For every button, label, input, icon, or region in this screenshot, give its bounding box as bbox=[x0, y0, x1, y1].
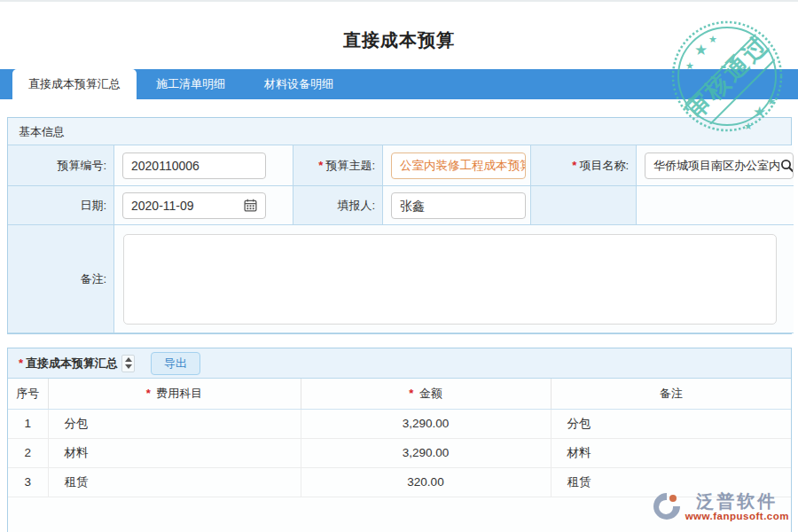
budget-subject-link[interactable]: 公室内装修工程成本预算 bbox=[391, 153, 526, 179]
row-remark: 分包 bbox=[551, 409, 791, 438]
calendar-icon[interactable] bbox=[244, 199, 257, 212]
row-no: 2 bbox=[8, 438, 48, 467]
filler-input[interactable]: 张鑫 bbox=[391, 192, 526, 219]
col-no-label: 序号 bbox=[16, 387, 39, 400]
project-name-input[interactable]: 华侨城项目南区办公室内 bbox=[645, 153, 794, 179]
row-subject: 材料 bbox=[48, 438, 301, 467]
sort-spinner-icon[interactable] bbox=[121, 355, 135, 372]
date-value: 2020-11-09 bbox=[131, 193, 194, 218]
project-name-field-cell: 华侨城项目南区办公室内 bbox=[637, 145, 794, 186]
tab-direct-cost-summary[interactable]: 直接成本预算汇总 bbox=[12, 69, 137, 103]
budget-no-label: 预算编号: bbox=[57, 158, 106, 174]
table-row[interactable]: 2 材料 3,290.00 材料 bbox=[8, 438, 791, 467]
filler-label: 填报人: bbox=[337, 198, 375, 214]
project-name-label: 项目名称: bbox=[579, 158, 629, 174]
required-marker: * bbox=[318, 159, 323, 172]
page-title: 直接成本预算 bbox=[0, 28, 798, 52]
remark-textarea[interactable] bbox=[123, 234, 777, 325]
sort-down-icon[interactable] bbox=[125, 364, 132, 369]
remark-label-cell: 备注: bbox=[8, 225, 114, 333]
tab-bar: 直接成本预算汇总 施工清单明细 材料设备明细 bbox=[0, 69, 798, 99]
budget-no-input[interactable]: 2020110006 bbox=[122, 153, 266, 179]
row-subject: 租赁 bbox=[48, 467, 301, 497]
page: 直接成本预算 直接成本预算汇总 施工清单明细 材料设备明细 基本信息 预算编号:… bbox=[0, 0, 798, 532]
date-label: 日期: bbox=[80, 198, 106, 214]
search-icon[interactable] bbox=[780, 159, 794, 173]
row-amount: 320.00 bbox=[301, 467, 551, 497]
tab-material-equipment-detail[interactable]: 材料设备明细 bbox=[245, 69, 353, 99]
required-marker: * bbox=[409, 387, 413, 400]
empty-field-cell bbox=[637, 186, 794, 225]
budget-subject-label: 预算主题: bbox=[325, 158, 375, 174]
remark-field-cell bbox=[114, 225, 794, 333]
summary-header-row: 序号 * 费用科目 * 金额 备注 bbox=[8, 379, 791, 409]
col-remark-label: 备注 bbox=[660, 387, 683, 400]
table-row[interactable]: 1 分包 3,290.00 分包 bbox=[8, 409, 791, 438]
budget-no-label-cell: 预算编号: bbox=[8, 145, 114, 186]
empty-label-cell bbox=[531, 186, 637, 225]
summary-title-bar: * 直接成本预算汇总 导出 bbox=[8, 348, 791, 379]
sort-up-icon[interactable] bbox=[125, 357, 132, 362]
required-marker: * bbox=[572, 159, 576, 172]
date-field-cell: 2020-11-09 bbox=[114, 186, 293, 225]
tab-construction-list-detail[interactable]: 施工清单明细 bbox=[137, 69, 245, 99]
budget-subject-label-cell: * 预算主题: bbox=[293, 145, 383, 186]
row-amount: 3,290.00 bbox=[301, 409, 551, 438]
col-subject-label: 费用科目 bbox=[156, 387, 202, 400]
row-remark: 材料 bbox=[551, 438, 791, 467]
summary-table: 序号 * 费用科目 * 金额 备注 1 分包 3,290.00 分包 bbox=[8, 379, 791, 497]
brand-name: 泛普软件 bbox=[696, 492, 778, 511]
remark-label: 备注: bbox=[80, 271, 106, 287]
col-header-amount: * 金额 bbox=[301, 379, 551, 409]
footer-brand: 泛普软件 www.fanpusoft.com bbox=[652, 491, 789, 521]
export-button[interactable]: 导出 bbox=[151, 352, 200, 375]
basic-info-panel: 基本信息 预算编号: 2020110006 * 预算主题: 公室内装修工程成本预… bbox=[7, 117, 792, 334]
row-no: 3 bbox=[8, 467, 48, 497]
filler-label-cell: 填报人: bbox=[293, 186, 383, 225]
required-marker: * bbox=[19, 356, 23, 370]
brand-url[interactable]: www.fanpusoft.com bbox=[685, 511, 789, 521]
col-header-remark: 备注 bbox=[551, 379, 791, 409]
row-subject: 分包 bbox=[48, 409, 301, 438]
filler-field-cell: 张鑫 bbox=[383, 186, 531, 225]
project-name-label-cell: * 项目名称: bbox=[531, 145, 637, 186]
col-amount-label: 金额 bbox=[419, 387, 442, 400]
date-input[interactable]: 2020-11-09 bbox=[122, 192, 266, 219]
project-name-value: 华侨城项目南区办公室内 bbox=[653, 153, 780, 178]
budget-no-field-cell: 2020110006 bbox=[114, 145, 293, 186]
basic-info-section-title: 基本信息 bbox=[8, 118, 791, 145]
row-amount: 3,290.00 bbox=[301, 438, 551, 467]
row-no: 1 bbox=[8, 409, 48, 438]
fanpu-logo-icon bbox=[652, 491, 682, 521]
summary-section-title: 直接成本预算汇总 bbox=[26, 356, 118, 372]
basic-info-grid: 预算编号: 2020110006 * 预算主题: 公室内装修工程成本预算 * 项… bbox=[8, 145, 791, 333]
date-label-cell: 日期: bbox=[8, 186, 114, 225]
col-header-subject: * 费用科目 bbox=[48, 379, 301, 409]
budget-subject-field-cell: 公室内装修工程成本预算 bbox=[383, 145, 531, 186]
required-marker: * bbox=[146, 387, 151, 400]
col-header-no: 序号 bbox=[8, 379, 48, 409]
